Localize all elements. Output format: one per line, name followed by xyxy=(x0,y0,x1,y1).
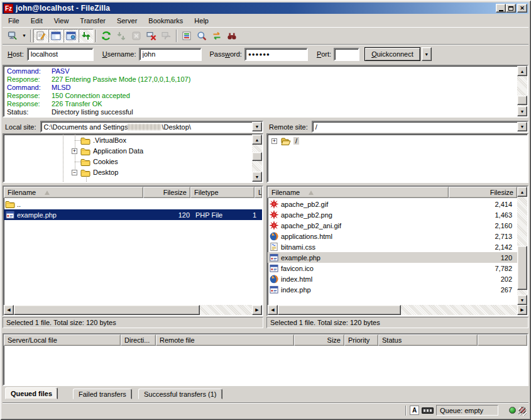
remote-status-bar: Selected 1 file. Total size: 120 bytes xyxy=(266,317,528,328)
local-list-hscrollbar[interactable]: ◀ ▶ xyxy=(4,305,262,315)
remote-site-dropdown[interactable]: ▼ xyxy=(517,122,527,131)
column-header-size[interactable]: Size xyxy=(294,334,344,346)
scrollbar-thumb[interactable] xyxy=(252,152,262,161)
disconnect-button[interactable] xyxy=(144,29,159,43)
column-header-filesize[interactable]: Filesize xyxy=(449,187,517,198)
toggle-transfer-queue-button[interactable] xyxy=(79,29,94,43)
file-row[interactable]: index.html 202 xyxy=(268,274,517,284)
menu-help[interactable]: Help xyxy=(189,16,214,26)
site-manager-dropdown[interactable]: ▼ xyxy=(20,29,28,43)
remote-site-row: Remote site: / ▼ xyxy=(266,121,528,133)
file-row-example-php[interactable]: example.php 120 PHP File 1 xyxy=(4,209,262,220)
minimize-button[interactable] xyxy=(496,4,506,13)
directory-filters-button[interactable] xyxy=(179,29,194,43)
file-row[interactable]: index.php 267 xyxy=(268,284,517,295)
transfer-type-indicator-icon[interactable]: A xyxy=(410,406,419,415)
remote-tree-icon xyxy=(66,31,76,41)
file-row[interactable]: favicon.ico 7,782 xyxy=(268,263,517,274)
cancel-operation-button[interactable] xyxy=(129,29,144,43)
column-header-filesize[interactable]: Filesize xyxy=(143,187,190,198)
resize-grip[interactable] xyxy=(518,407,527,416)
tree-item-virtualbox[interactable]: .VirtualBox xyxy=(4,135,243,145)
column-header-status[interactable]: Status xyxy=(378,334,478,346)
scroll-up-button[interactable]: ▲ xyxy=(517,187,527,197)
menu-transfer[interactable]: Transfer xyxy=(74,16,111,26)
menu-view[interactable]: View xyxy=(48,16,75,26)
username-input[interactable] xyxy=(139,48,202,61)
tab-successful-transfers[interactable]: Successful transfers (1) xyxy=(138,389,222,399)
menu-bar: File Edit View Transfer Server Bookmarks… xyxy=(3,14,528,26)
quickconnect-dropdown[interactable]: ▼ xyxy=(422,47,432,61)
menu-file[interactable]: File xyxy=(3,16,25,26)
file-row-parent-dir[interactable]: .. xyxy=(4,199,262,209)
column-header-filetype[interactable]: Filetype xyxy=(190,187,255,198)
column-header-direction[interactable]: Directi... xyxy=(121,334,156,346)
scrollbar-thumb[interactable] xyxy=(14,305,200,315)
scroll-up-button[interactable]: ▲ xyxy=(252,135,262,145)
php-file-icon xyxy=(269,253,279,262)
menu-server[interactable]: Server xyxy=(111,16,143,26)
toggle-message-log-button[interactable] xyxy=(33,29,48,43)
file-row[interactable]: apache_pb2_ani.gif 2,160 xyxy=(268,220,517,231)
tab-queued-files[interactable]: Queued files xyxy=(5,387,58,399)
maximize-button[interactable] xyxy=(506,4,516,13)
port-input[interactable] xyxy=(334,48,359,61)
column-header-lastmodified[interactable]: L xyxy=(255,187,262,198)
menu-edit[interactable]: Edit xyxy=(25,16,48,26)
local-tree-scrollbar[interactable]: ▲ ▼ xyxy=(252,135,262,182)
file-row-selected[interactable]: example.php 120 xyxy=(268,252,517,263)
expand-icon[interactable]: + xyxy=(271,138,277,144)
file-row[interactable]: bitnami.css 2,142 xyxy=(268,241,517,252)
tree-item-root[interactable]: + / xyxy=(268,136,506,146)
remote-site-combo[interactable]: / ▼ xyxy=(312,121,528,133)
tree-item-cookies[interactable]: Cookies xyxy=(4,157,243,167)
collapse-icon[interactable]: − xyxy=(72,170,77,175)
process-queue-button[interactable] xyxy=(114,29,129,43)
toggle-local-tree-button[interactable] xyxy=(48,29,63,43)
css-file-icon xyxy=(269,242,279,251)
scroll-down-button[interactable]: ▼ xyxy=(517,106,527,116)
remote-list-vscrollbar[interactable]: ▲ ▼ xyxy=(517,187,527,305)
local-site-combo[interactable]: C:\Documents and Settings\Desktop\ ▼ xyxy=(40,121,263,133)
tree-item-desktop[interactable]: − Desktop xyxy=(4,167,243,177)
reconnect-button[interactable] xyxy=(159,29,174,43)
column-header-server-local-file[interactable]: Server/Local file xyxy=(4,334,121,346)
refresh-button[interactable] xyxy=(99,29,114,43)
file-row[interactable]: applications.html 2,713 xyxy=(268,231,517,241)
synchronized-browsing-button[interactable] xyxy=(209,29,224,43)
password-input[interactable] xyxy=(244,48,308,61)
host-input[interactable] xyxy=(27,48,94,61)
scrollbar-thumb[interactable] xyxy=(278,305,401,315)
remote-list-hscrollbar[interactable]: ◀ ▶ xyxy=(268,305,527,315)
scroll-down-button[interactable]: ▼ xyxy=(252,172,262,182)
menu-bookmarks[interactable]: Bookmarks xyxy=(143,16,189,26)
column-header-filename[interactable]: Filename xyxy=(268,187,449,198)
directory-comparison-button[interactable] xyxy=(194,29,209,43)
filter-icon xyxy=(182,31,192,41)
file-row[interactable]: apache_pb2.png 1,463 xyxy=(268,209,517,220)
column-header-priority[interactable]: Priority xyxy=(344,334,378,346)
local-site-dropdown[interactable]: ▼ xyxy=(252,122,262,131)
log-scrollbar[interactable]: ▲ ▼ xyxy=(517,66,527,116)
file-row[interactable]: apache_pb2.gif 2,414 xyxy=(268,199,517,209)
expand-icon[interactable]: + xyxy=(72,148,77,154)
scroll-up-button[interactable]: ▲ xyxy=(517,66,527,76)
column-header-remote-file[interactable]: Remote file xyxy=(156,334,294,346)
scroll-down-button[interactable]: ▼ xyxy=(517,295,527,305)
scrollbar-thumb[interactable] xyxy=(517,246,527,290)
scroll-left-button[interactable]: ◀ xyxy=(268,305,278,315)
scroll-right-button[interactable]: ▶ xyxy=(252,305,262,315)
tree-item-application-data[interactable]: + Application Data xyxy=(4,146,243,156)
quickconnect-button[interactable]: Quickconnect xyxy=(364,47,420,61)
tab-failed-transfers[interactable]: Failed transfers xyxy=(73,389,132,399)
find-files-button[interactable] xyxy=(224,29,239,43)
toolbar: ▼ xyxy=(3,27,528,43)
scroll-right-button[interactable]: ▶ xyxy=(517,305,527,315)
column-header-filename[interactable]: Filename xyxy=(4,187,143,198)
close-button[interactable]: ✕ xyxy=(517,4,527,13)
scroll-left-button[interactable]: ◀ xyxy=(4,305,14,315)
site-manager-button[interactable] xyxy=(5,29,20,43)
scrollbar-thumb[interactable] xyxy=(517,96,527,105)
speed-limit-icon[interactable] xyxy=(422,407,434,414)
toggle-remote-tree-button[interactable] xyxy=(63,29,79,43)
